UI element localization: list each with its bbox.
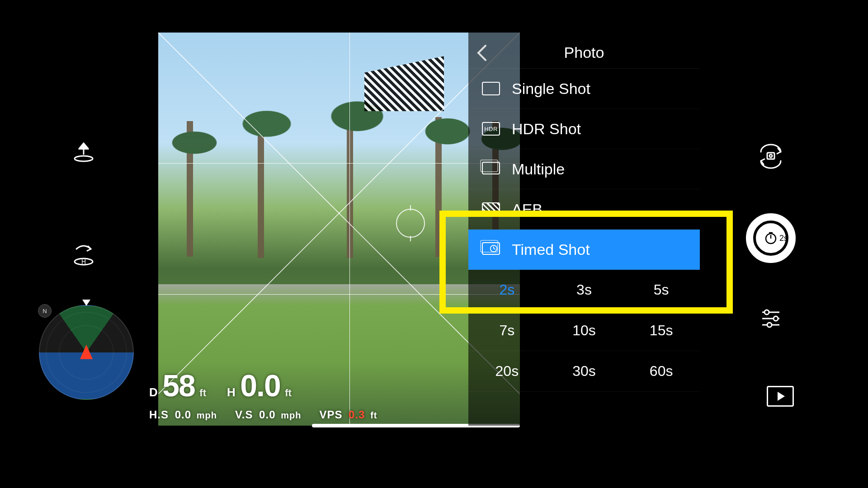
svg-point-14	[767, 323, 772, 327]
mode-timed-shot[interactable]: Timed Shot	[468, 230, 700, 270]
single-shot-icon	[481, 80, 501, 98]
interval-option-20s[interactable]: 20s	[468, 351, 546, 392]
interval-option-2s[interactable]: 2s	[468, 270, 546, 310]
hspeed-unit: mph	[197, 410, 217, 420]
timer-icon	[764, 231, 778, 245]
switch-camera-icon	[756, 142, 785, 171]
distance-unit: ft	[199, 387, 206, 399]
interval-option-5s[interactable]: 5s	[623, 270, 700, 310]
playback-button[interactable]	[767, 386, 794, 407]
mode-label: Multiple	[512, 160, 565, 178]
svg-text:H: H	[81, 258, 86, 265]
interval-option-30s[interactable]: 30s	[546, 351, 623, 392]
svg-point-7	[769, 155, 772, 157]
camera-settings-button[interactable]	[756, 304, 785, 333]
sliders-icon	[758, 305, 784, 331]
interval-grid: 2s3s5s7s10s15s20s30s60s	[468, 270, 700, 392]
shutter-button[interactable]: 2s	[746, 213, 796, 263]
interval-option-7s[interactable]: 7s	[468, 310, 546, 351]
timed-shot-icon	[481, 240, 501, 258]
mode-aeb[interactable]: AEB	[468, 189, 700, 230]
svg-point-12	[764, 310, 769, 314]
vspeed-unit: mph	[281, 410, 301, 420]
vspeed-label: V.S	[235, 408, 253, 421]
svg-rect-6	[767, 153, 774, 159]
interval-option-15s[interactable]: 15s	[623, 310, 700, 351]
mode-label: AEB	[512, 201, 542, 218]
hdr-shot-icon: HDR	[481, 120, 501, 138]
photo-settings-panel: Photo Single Shot HDR HDR Shot Multiple …	[468, 33, 700, 426]
telemetry-distance: D 58 ft	[149, 368, 206, 403]
distance-value: 58	[162, 368, 195, 403]
height-value: 0.0	[240, 368, 280, 403]
height-unit: ft	[285, 387, 292, 399]
hspeed-value: 0.0	[175, 408, 191, 421]
height-label: H	[227, 385, 236, 399]
vps-unit: ft	[370, 410, 377, 420]
shutter-interval-label: 2s	[779, 234, 788, 243]
aeb-icon	[481, 200, 501, 218]
camera-viewport[interactable]	[158, 33, 520, 426]
photo-mode-list: Single Shot HDR HDR Shot Multiple AEB Ti…	[468, 69, 700, 392]
telemetry-hspeed: H.S 0.0 mph	[149, 408, 217, 421]
mode-label: Single Shot	[512, 80, 590, 98]
telemetry-vspeed: V.S 0.0 mph	[235, 408, 301, 421]
telemetry-vps: VPS 0.3 ft	[319, 408, 377, 421]
vspeed-value: 0.0	[259, 408, 275, 421]
distance-label: D	[149, 385, 158, 399]
hspeed-label: H.S	[149, 408, 169, 421]
attitude-radar[interactable]: N	[39, 305, 134, 400]
interval-option-10s[interactable]: 10s	[546, 310, 623, 351]
radar-heading-tick-icon	[82, 300, 90, 306]
mode-label: Timed Shot	[512, 241, 590, 258]
telemetry-bar: D 58 ft H 0.0 ft H.S 0.0 mph V.S 0.0 mph…	[149, 368, 377, 421]
vps-label: VPS	[319, 408, 342, 421]
return-home-button[interactable]: H	[68, 239, 99, 271]
interval-option-60s[interactable]: 60s	[623, 351, 700, 392]
mode-multiple[interactable]: Multiple	[468, 149, 700, 189]
svg-point-13	[774, 316, 778, 321]
vps-value: 0.3	[349, 408, 365, 421]
telemetry-height: H 0.0 ft	[227, 368, 292, 403]
panel-title: Photo	[468, 44, 700, 61]
svg-point-2	[75, 156, 93, 161]
mode-hdr-shot[interactable]: HDR HDR Shot	[468, 109, 700, 149]
interval-option-3s[interactable]: 3s	[546, 270, 623, 310]
photo-video-switch-button[interactable]	[755, 140, 787, 173]
focus-reticle-icon	[396, 209, 425, 238]
mode-single-shot[interactable]: Single Shot	[468, 69, 700, 109]
multiple-shot-icon	[481, 160, 501, 178]
takeoff-button[interactable]	[68, 136, 99, 167]
mode-label: HDR Shot	[512, 120, 581, 138]
radar-north-badge: N	[38, 304, 52, 318]
